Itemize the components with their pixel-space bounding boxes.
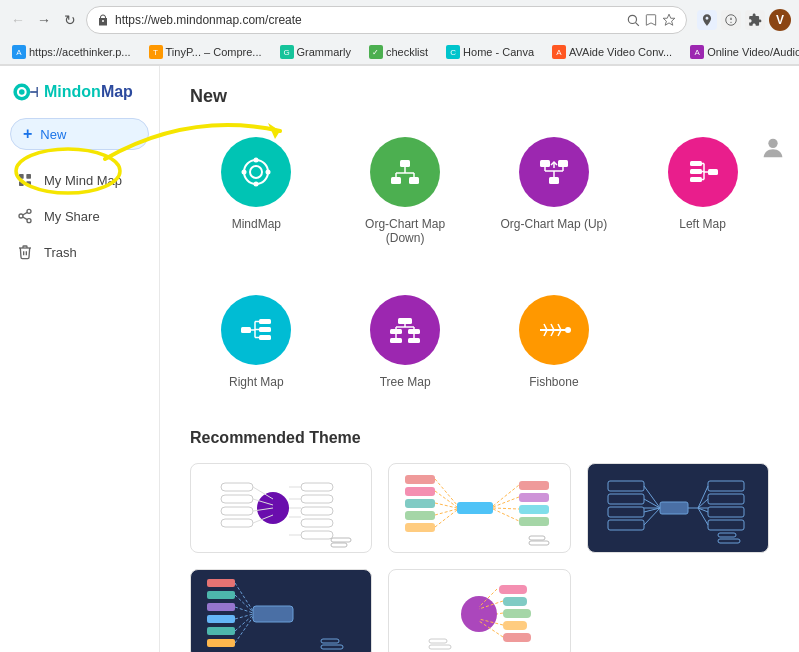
address-icons xyxy=(626,13,676,27)
profile-icon[interactable]: V xyxy=(769,9,791,31)
favicon-acethinker: A xyxy=(12,45,26,59)
svg-rect-151 xyxy=(207,639,235,647)
map-item-orgup[interactable]: Org-Chart Map (Up) xyxy=(488,127,621,255)
svg-point-19 xyxy=(19,214,23,218)
sidebar-item-trash[interactable]: Trash xyxy=(0,234,159,270)
back-button[interactable]: ← xyxy=(8,10,28,30)
svg-rect-146 xyxy=(207,579,235,587)
orgup-icon xyxy=(519,137,589,207)
trash-label: Trash xyxy=(44,245,77,260)
bookmark-avaide[interactable]: A AVAide Video Conv... xyxy=(548,43,676,61)
sidebar-item-mymindmap[interactable]: My Mind Map xyxy=(0,162,159,198)
svg-line-139 xyxy=(644,486,660,508)
bookmark-label: Online Video/Audio... xyxy=(707,46,799,58)
svg-rect-86 xyxy=(301,519,333,527)
sidebar-item-myshare[interactable]: My Share xyxy=(0,198,159,234)
forward-button[interactable]: → xyxy=(34,10,54,30)
map-item-orgdown[interactable]: Org-Chart Map (Down) xyxy=(339,127,472,255)
extension-icons: V xyxy=(697,9,791,31)
grid-icon xyxy=(16,171,34,189)
svg-line-120 xyxy=(493,508,519,509)
theme-card-4[interactable] xyxy=(190,569,372,652)
svg-rect-106 xyxy=(405,499,435,508)
svg-rect-17 xyxy=(26,181,31,186)
svg-line-130 xyxy=(698,486,708,508)
theme-grid xyxy=(190,463,769,652)
ext-icon-puzzle[interactable] xyxy=(745,10,765,30)
svg-rect-172 xyxy=(429,639,447,643)
myshare-label: My Share xyxy=(44,209,100,224)
svg-rect-111 xyxy=(519,505,549,514)
svg-rect-126 xyxy=(708,481,744,491)
svg-rect-165 xyxy=(503,633,531,642)
svg-rect-30 xyxy=(400,160,410,167)
new-button[interactable]: + New xyxy=(10,118,149,150)
logo-part1: Mindon xyxy=(44,83,101,100)
svg-rect-31 xyxy=(391,177,401,184)
map-item-fishbone[interactable]: Fishbone xyxy=(488,285,621,399)
bookmark-label: https://acethinker.p... xyxy=(29,46,131,58)
map-item-leftmap[interactable]: Left Map xyxy=(636,127,769,255)
svg-line-116 xyxy=(435,509,457,515)
svg-point-5 xyxy=(730,22,731,23)
sidebar: MindonMap + New My Mind Map My Share Tra… xyxy=(0,66,160,652)
bookmark-label: Grammarly xyxy=(297,46,351,58)
svg-rect-103 xyxy=(457,502,493,514)
mindmap-icon xyxy=(221,137,291,207)
bookmark-checklist[interactable]: ✓ checklist xyxy=(365,43,432,61)
svg-rect-87 xyxy=(301,531,333,539)
svg-line-121 xyxy=(493,509,519,521)
svg-rect-38 xyxy=(540,160,550,167)
map-item-rightmap[interactable]: Right Map xyxy=(190,285,323,399)
svg-line-117 xyxy=(435,510,457,527)
ext-icon-1[interactable] xyxy=(697,10,717,30)
bookmark-canva[interactable]: C Home - Canva xyxy=(442,43,538,61)
svg-rect-54 xyxy=(241,327,251,333)
svg-rect-66 xyxy=(390,338,402,343)
leftmap-label: Left Map xyxy=(679,217,726,231)
svg-rect-84 xyxy=(301,495,333,503)
svg-rect-162 xyxy=(503,597,527,606)
ext-icon-2[interactable] xyxy=(721,10,741,30)
svg-rect-123 xyxy=(529,536,545,540)
svg-rect-85 xyxy=(301,507,333,515)
theme-card-1[interactable] xyxy=(190,463,372,553)
svg-rect-55 xyxy=(259,319,271,324)
bookmark-grammarly[interactable]: G Grammarly xyxy=(276,43,355,61)
svg-rect-159 xyxy=(321,639,339,643)
svg-line-168 xyxy=(497,613,503,614)
svg-line-1 xyxy=(636,23,639,26)
bookmark-label: Home - Canva xyxy=(463,46,534,58)
svg-line-155 xyxy=(235,614,253,619)
bookmark-tinyp[interactable]: T TinyP... – Compre... xyxy=(145,43,266,61)
svg-rect-122 xyxy=(529,541,549,545)
address-bar[interactable]: https://web.mindonmap.com/create xyxy=(86,6,687,34)
bookmark-acethinker[interactable]: A https://acethinker.p... xyxy=(8,43,135,61)
recommended-title: Recommended Theme xyxy=(190,429,769,447)
svg-point-24 xyxy=(244,160,268,184)
theme-card-2[interactable] xyxy=(388,463,570,553)
bookmark-online-video[interactable]: A Online Video/Audio... xyxy=(686,43,799,61)
svg-rect-163 xyxy=(503,609,531,618)
svg-rect-147 xyxy=(207,591,235,599)
favicon-avaide: A xyxy=(552,45,566,59)
svg-rect-124 xyxy=(660,502,688,514)
map-item-mindmap[interactable]: MindMap xyxy=(190,127,323,255)
search-icon xyxy=(626,13,640,27)
lock-icon xyxy=(97,14,109,26)
theme-card-5[interactable] xyxy=(388,569,570,652)
refresh-button[interactable]: ↻ xyxy=(60,10,80,30)
fishbone-svg xyxy=(535,311,573,349)
map-item-treemap[interactable]: Tree Map xyxy=(339,285,472,399)
mymindmap-label: My Mind Map xyxy=(44,173,122,188)
user-icon-area[interactable] xyxy=(759,134,787,166)
svg-line-114 xyxy=(435,491,457,507)
svg-rect-149 xyxy=(207,615,235,623)
theme-card-3[interactable] xyxy=(587,463,769,553)
svg-rect-107 xyxy=(405,511,435,520)
logo-part2: Map xyxy=(101,83,133,100)
svg-rect-39 xyxy=(558,160,568,167)
svg-point-27 xyxy=(254,182,259,187)
favicon-checklist: ✓ xyxy=(369,45,383,59)
svg-line-133 xyxy=(698,508,708,525)
